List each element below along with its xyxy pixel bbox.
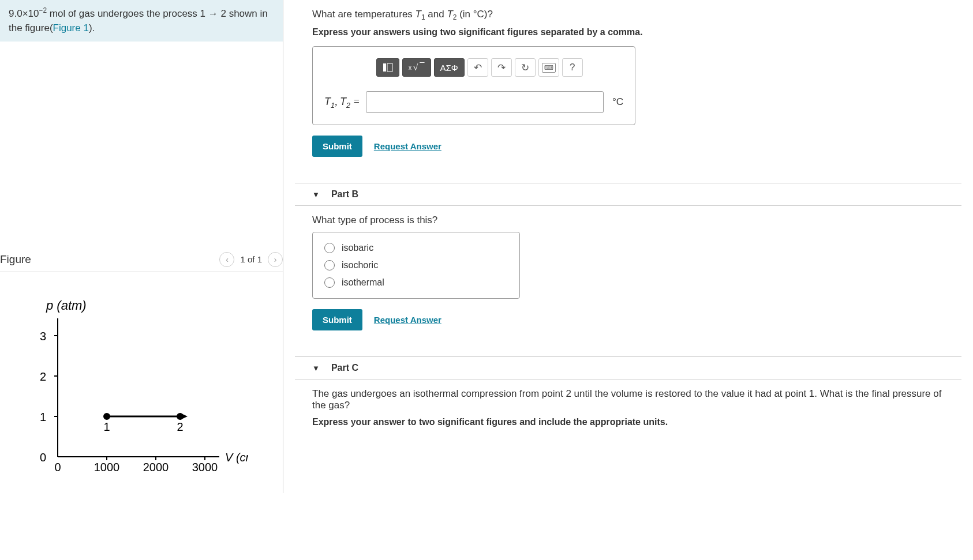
parta-request-answer-link[interactable]: Request Answer (374, 141, 441, 151)
problem-exponent: −2 (39, 6, 47, 14)
radio-isochoric[interactable]: isochoric (324, 257, 508, 274)
parta-question: What are temperatures T1 and T2 (in °C)? (312, 9, 944, 21)
radio-isobaric[interactable]: isobaric (324, 239, 508, 257)
parta-answer-box: x√ ΑΣΦ ↶ ↷ ↻ ⌨ ? T1, T2 = °C (312, 46, 635, 125)
y-tick-1: 1 (40, 411, 46, 423)
x-tick-2000: 2000 (143, 461, 169, 473)
partb-title: Part B (331, 189, 358, 200)
parta-instruction: Express your answers using two significa… (312, 27, 944, 37)
partc-title: Part C (331, 363, 358, 373)
radio-isobaric-label: isobaric (342, 243, 373, 253)
redo-icon[interactable]: ↷ (491, 58, 512, 77)
problem-text-2: mol of gas undergoes the process 1 → 2 s… (9, 8, 268, 34)
radio-isothermal[interactable]: isothermal (324, 274, 508, 291)
svg-rect-12 (383, 63, 386, 72)
y-tick-3: 3 (40, 330, 46, 343)
help-icon[interactable]: ? (562, 58, 583, 77)
svg-point-11 (177, 413, 184, 420)
radio-isothermal-label: isothermal (342, 277, 384, 288)
radio-isochoric-input[interactable] (324, 260, 335, 270)
caret-down-icon: ▼ (312, 190, 320, 199)
partb-header[interactable]: ▼ Part B (295, 183, 961, 206)
point-2-label: 2 (177, 420, 183, 433)
partb-options: isobaric isochoric isothermal (312, 232, 520, 299)
svg-point-10 (103, 413, 110, 420)
radio-isothermal-input[interactable] (324, 277, 335, 288)
radio-isochoric-label: isochoric (342, 260, 378, 270)
partc-question: The gas undergoes an isothermal compress… (312, 388, 944, 411)
problem-text-3: ). (89, 22, 95, 33)
figure-counter: 1 of 1 (240, 254, 262, 264)
figure-prev-button[interactable]: ‹ (219, 252, 234, 267)
partc-instruction: Express your answer to two significant f… (312, 417, 944, 427)
problem-statement: 9.0×10−2 mol of gas undergoes the proces… (0, 0, 283, 42)
y-tick-2: 2 (40, 370, 46, 383)
x-tick-1000: 1000 (94, 461, 120, 473)
y-tick-0: 0 (40, 451, 46, 464)
figure-title: Figure (0, 253, 31, 266)
parta-var-label: T1, T2 = (324, 96, 360, 110)
y-axis-label: p (atm) (46, 298, 87, 313)
svg-rect-13 (387, 63, 392, 72)
template-tool-icon[interactable] (376, 58, 399, 77)
pv-diagram: p (atm) 3 2 1 0 0 1000 2000 3000 (0, 284, 283, 493)
point-1-label: 1 (103, 420, 110, 433)
x-tick-0: 0 (54, 461, 61, 473)
undo-icon[interactable]: ↶ (467, 58, 488, 77)
parta-submit-button[interactable]: Submit (312, 136, 362, 157)
partb-request-answer-link[interactable]: Request Answer (374, 315, 441, 325)
figure-link[interactable]: Figure 1 (53, 22, 89, 33)
partb-question: What type of process is this? (312, 215, 944, 226)
partb-submit-button[interactable]: Submit (312, 309, 362, 330)
keyboard-icon[interactable]: ⌨ (538, 58, 559, 77)
partc-header[interactable]: ▼ Part C (295, 356, 961, 379)
x-tick-3000: 3000 (192, 461, 218, 473)
parta-unit: °C (609, 96, 623, 108)
sqrt-tool-icon[interactable]: x√ (402, 58, 431, 77)
radio-isobaric-input[interactable] (324, 243, 335, 253)
caret-down-icon: ▼ (312, 364, 320, 373)
greek-tool-icon[interactable]: ΑΣΦ (434, 58, 465, 77)
reset-icon[interactable]: ↻ (515, 58, 536, 77)
x-axis-label: V (cm³) (225, 451, 248, 464)
problem-text-1: 9.0×10 (9, 8, 39, 19)
parta-answer-input[interactable] (366, 91, 604, 113)
figure-next-button[interactable]: › (268, 252, 283, 267)
